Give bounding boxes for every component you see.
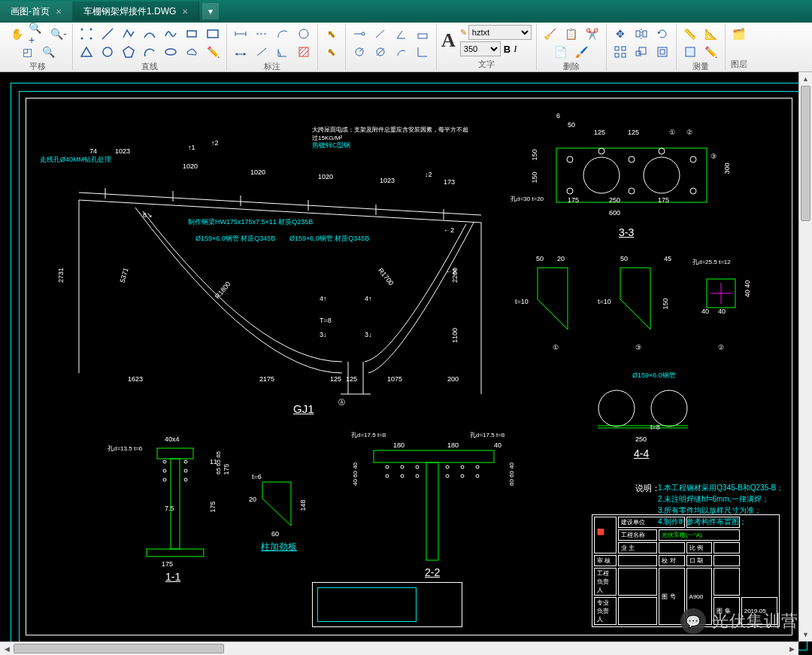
svg-point-63 [567, 156, 573, 162]
point-icon[interactable] [77, 25, 95, 43]
triangle-icon[interactable] [77, 43, 95, 61]
scroll-down-icon[interactable]: ▼ [799, 628, 812, 641]
svg-point-101 [446, 475, 449, 478]
cursor-icon[interactable]: ⬉ [323, 25, 341, 43]
circle-icon[interactable] [98, 43, 117, 61]
arc-icon[interactable] [141, 25, 159, 43]
dim-aligned-icon[interactable] [253, 43, 271, 61]
erase-icon[interactable]: 🧹 [541, 25, 559, 43]
dim-rad-icon[interactable] [350, 43, 368, 61]
svg-point-8 [103, 47, 112, 56]
dim-w6: 200 [447, 375, 459, 383]
font-select[interactable]: hztxt [468, 25, 532, 40]
layers-icon[interactable]: 🗂️ [730, 25, 748, 43]
gj1-title: GJ1 [293, 402, 314, 415]
svg-point-3 [90, 38, 92, 40]
scrollbar-vertical[interactable]: ▲ ▼ [798, 72, 812, 641]
dim-dash-icon[interactable] [253, 25, 271, 43]
polygon-icon[interactable] [120, 43, 138, 61]
scrollbar-horizontal[interactable]: ◀ ▶ [0, 641, 798, 655]
group-pan: ✋ 🔍+ 🔍- ◰ 🔍 平移 [3, 24, 73, 70]
cut-icon[interactable]: ✂️ [583, 25, 601, 43]
offset-icon[interactable] [653, 43, 671, 61]
close-icon[interactable]: ✕ [56, 8, 62, 16]
svg-point-85 [163, 469, 166, 472]
svg-point-62 [644, 157, 680, 193]
scroll-thumb[interactable] [801, 86, 810, 221]
dim-box-icon[interactable] [414, 25, 432, 43]
dim: 1023 [115, 147, 130, 155]
dim-arc-icon[interactable] [274, 25, 292, 43]
ruler-icon[interactable]: 📏 [681, 25, 699, 43]
arc2-icon[interactable] [141, 43, 159, 61]
stiff-title: 柱加劲板 [261, 541, 297, 553]
rect-icon[interactable] [183, 25, 201, 43]
edit-icon[interactable]: ✏️ [702, 43, 720, 61]
hatch-icon[interactable] [295, 43, 313, 61]
zoom-window-icon[interactable]: ◰ [18, 43, 36, 61]
dim-h-icon[interactable] [232, 25, 250, 43]
drawing-canvas[interactable]: 74 1023 1020 1020 1020 1023 173 2731 537… [0, 72, 812, 655]
watermark: 💬 光伏集训营 [680, 608, 798, 634]
cursor2-icon[interactable]: ⬉ [323, 43, 341, 61]
scroll-right-icon[interactable]: ▶ [785, 642, 798, 655]
dim-angle-icon[interactable] [274, 43, 292, 61]
scroll-up-icon[interactable]: ▲ [799, 72, 812, 86]
brush-icon[interactable]: 🖌️ [573, 43, 591, 61]
mirror-icon[interactable] [632, 25, 650, 43]
pencil-icon[interactable]: ✏️ [204, 43, 222, 61]
tab-home[interactable]: 画图-首页✕ [0, 2, 73, 21]
note2: 2.未注明焊缝hf=6mm,一律满焊； [658, 494, 769, 505]
frame-outer: 74 1023 1020 1020 1020 1023 173 2731 537… [11, 83, 807, 650]
svg-marker-18 [244, 53, 246, 56]
tab-file[interactable]: 车棚钢架焊接件1.DWG✕ [73, 2, 199, 21]
bold-button[interactable]: B [504, 44, 511, 55]
svg-rect-34 [636, 31, 640, 37]
spline-icon[interactable] [162, 25, 180, 43]
svg-marker-17 [235, 53, 238, 56]
dim-arc2-icon[interactable] [392, 43, 411, 61]
group-label: 标注 [264, 61, 280, 71]
rect2-icon[interactable] [204, 25, 222, 43]
move-icon[interactable]: ✥ [611, 25, 629, 43]
zoom-extents-icon[interactable]: 🔍 [39, 43, 57, 61]
dim-w1: 1623 [128, 375, 143, 383]
copy-icon[interactable]: 📋 [562, 25, 580, 43]
group-dimtools [346, 24, 437, 70]
zoom-out-icon[interactable]: 🔍- [50, 25, 68, 43]
svg-point-1 [90, 29, 92, 31]
dim-tool1-icon[interactable] [350, 25, 368, 43]
zoom-in-icon[interactable]: 🔍+ [29, 25, 47, 43]
dim-tool2-icon[interactable] [371, 25, 389, 43]
dim: 1020 [183, 162, 198, 170]
pan-hand-icon[interactable]: ✋ [8, 25, 26, 43]
ellipse-icon[interactable] [162, 43, 180, 61]
sec22 [357, 435, 508, 571]
area-icon[interactable] [681, 43, 699, 61]
cloud-icon[interactable] [183, 43, 201, 61]
dim-circle-icon[interactable] [295, 25, 313, 43]
paste-icon[interactable]: 📄 [552, 43, 570, 61]
svg-point-65 [629, 156, 635, 162]
svg-rect-46 [686, 47, 695, 56]
size-select[interactable]: 350 [460, 41, 501, 56]
line-icon[interactable] [98, 25, 117, 43]
svg-marker-71 [538, 268, 568, 329]
array-icon[interactable] [611, 43, 629, 61]
close-icon[interactable]: ✕ [182, 8, 188, 16]
part2 [695, 268, 756, 328]
scale-icon[interactable] [632, 43, 650, 61]
italic-button[interactable]: I [514, 43, 517, 55]
scroll-thumb[interactable] [14, 644, 224, 653]
rotate-icon[interactable] [653, 25, 671, 43]
ruler2-icon[interactable]: 📐 [702, 25, 720, 43]
scroll-left-icon[interactable]: ◀ [0, 642, 14, 655]
dim: 1020 [318, 173, 333, 180]
text-icon[interactable]: A [441, 29, 456, 52]
dim-linear-icon[interactable] [232, 43, 250, 61]
polyline-icon[interactable] [120, 25, 138, 43]
new-tab-button[interactable]: ▾ [202, 3, 219, 20]
dim-coord-icon[interactable] [414, 43, 432, 61]
dim-angle2-icon[interactable] [392, 25, 411, 43]
dim-dia-icon[interactable] [371, 43, 389, 61]
